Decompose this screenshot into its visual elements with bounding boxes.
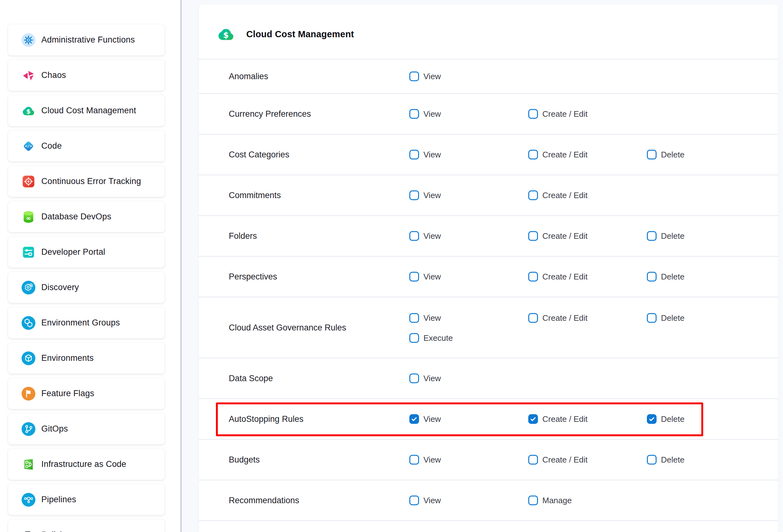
view-checkbox[interactable] [409,231,419,241]
sidebar-item-environment-groups[interactable]: Environment Groups [8,307,165,338]
checkbox-check-icon [22,528,35,532]
view-checkbox[interactable] [409,272,419,282]
resource-label: Folders [229,231,257,241]
view-permission: View [409,150,441,160]
permission-label[interactable]: View [424,191,441,200]
permission-label[interactable]: Create / Edit [542,191,588,200]
permission-label[interactable]: View [424,109,441,119]
create-edit-checkbox[interactable] [528,191,538,200]
sidebar-item-policies[interactable]: Policies [8,520,165,532]
create-edit-checkbox[interactable] [528,109,538,119]
permission-row-cost-categories: Cost CategoriesViewCreate / EditDelete [199,134,778,175]
view-checkbox[interactable] [409,414,419,424]
delete-checkbox[interactable] [647,231,657,241]
permission-label[interactable]: Execute [424,333,453,343]
permission-label[interactable]: Delete [661,150,684,160]
permission-label[interactable]: View [424,374,441,383]
permission-label[interactable]: View [424,496,441,505]
view-checkbox[interactable] [409,191,419,200]
view-checkbox[interactable] [409,496,419,505]
permission-label[interactable]: View [424,72,441,81]
permission-label[interactable]: Manage [542,496,572,505]
create-edit-checkbox[interactable] [528,150,538,160]
delete-permission: Delete [647,455,684,465]
view-checkbox[interactable] [409,455,419,465]
sidebar-item-continuous-error-tracking[interactable]: Continuous Error Tracking [8,166,165,197]
permission-label[interactable]: View [424,455,441,465]
sidebar-item-code[interactable]: </>Code [8,130,165,161]
delete-permission: Delete [647,231,684,241]
svg-text:$: $ [223,30,229,40]
create-edit-checkbox[interactable] [528,455,538,465]
database-infinity-icon: ∞ [22,210,35,224]
execute-checkbox[interactable] [409,333,419,343]
pipeline-nodes-icon [22,493,35,507]
create-edit-checkbox[interactable] [528,313,538,323]
permission-label[interactable]: Delete [661,414,684,424]
sidebar-item-label: Continuous Error Tracking [41,177,141,186]
sidebar-item-discovery[interactable]: Discovery [8,272,165,303]
permission-label[interactable]: View [424,414,441,424]
permission-row-commitments: CommitmentsViewCreate / Edit [199,175,778,216]
permission-row-budgets: BudgetsViewCreate / EditDelete [199,440,778,480]
permission-label[interactable]: View [424,231,441,241]
permission-label[interactable]: Create / Edit [542,150,588,160]
view-permission: View [409,231,441,241]
delete-checkbox[interactable] [647,455,657,465]
create-edit-permission: Create / Edit [528,313,588,323]
permission-label[interactable]: Delete [661,313,684,323]
sidebar-item-environments[interactable]: Environments [8,343,165,374]
view-checkbox[interactable] [409,72,419,81]
view-permission: View [409,109,441,119]
permission-row-cloud-asset-governance-rules: Cloud Asset Governance RulesViewCreate /… [199,297,778,358]
sidebar-item-infrastructure-as-code[interactable]: Infrastructure as Code [8,449,165,480]
manage-checkbox[interactable] [528,496,538,505]
delete-checkbox[interactable] [647,313,657,323]
view-checkbox[interactable] [409,313,419,323]
sidebar-item-pipelines[interactable]: Pipelines [8,484,165,515]
view-checkbox[interactable] [409,109,419,119]
sidebar-item-database-devops[interactable]: ∞Database DevOps [8,201,165,232]
permission-label[interactable]: Delete [661,455,684,465]
sidebar-item-label: Administrative Functions [41,35,135,45]
resource-label: Cloud Asset Governance Rules [229,323,346,332]
permission-label[interactable]: View [424,150,441,160]
permission-label[interactable]: Create / Edit [542,109,588,119]
resource-label: Budgets [229,455,260,465]
permission-label[interactable]: Delete [661,231,684,241]
sidebar-item-chaos[interactable]: Chaos [8,60,165,91]
delete-checkbox[interactable] [647,272,657,282]
resource-label: Cost Categories [229,150,289,160]
permission-label[interactable]: Create / Edit [542,414,588,424]
permission-label[interactable]: Delete [661,272,684,282]
view-checkbox[interactable] [409,150,419,160]
hexagon-group-icon [22,316,35,330]
permission-row-folders: FoldersViewCreate / EditDelete [199,216,778,257]
permission-label[interactable]: View [424,313,441,323]
sidebar-item-developer-portal[interactable]: Developer Portal [8,237,165,268]
sidebar-item-cloud-cost-management[interactable]: $Cloud Cost Management [8,95,165,126]
permission-label[interactable]: Create / Edit [542,313,588,323]
delete-permission: Delete [647,313,684,323]
sidebar-item-label: Discovery [41,283,79,292]
delete-permission: Delete [647,150,684,160]
svg-text:∞: ∞ [26,215,31,222]
create-edit-checkbox[interactable] [528,231,538,241]
git-branch-icon [22,422,35,436]
create-edit-checkbox[interactable] [528,414,538,424]
delete-checkbox[interactable] [647,414,657,424]
create-edit-checkbox[interactable] [528,272,538,282]
sidebar-item-administrative-functions[interactable]: Administrative Functions [8,24,165,55]
view-checkbox[interactable] [409,374,419,383]
permission-label[interactable]: Create / Edit [542,455,588,465]
permissions-screen: Administrative FunctionsChaos$Cloud Cost… [0,0,783,532]
permission-label[interactable]: Create / Edit [542,272,588,282]
permission-row-data-scope: Data ScopeView [199,358,778,399]
circuit-board-icon [22,458,35,471]
permission-label[interactable]: Create / Edit [542,231,588,241]
permission-label[interactable]: View [424,272,441,282]
sidebar-item-feature-flags[interactable]: Feature Flags [8,378,165,409]
delete-checkbox[interactable] [647,150,657,160]
manage-permission: Manage [528,496,572,505]
sidebar-item-gitops[interactable]: GitOps [8,413,165,444]
